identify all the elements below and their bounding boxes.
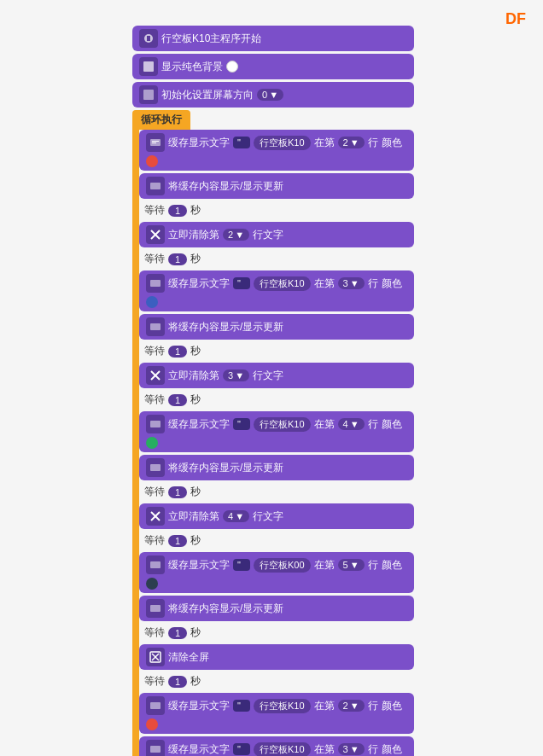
line-dropdown-2[interactable]: 3▼: [338, 277, 365, 289]
device-chip-4[interactable]: 行空板K00: [254, 558, 311, 573]
clear-icon-1: [146, 225, 165, 244]
sec-label-8: 秒: [190, 674, 201, 689]
text-input-2[interactable]: ": [233, 277, 250, 289]
wait-row-2: 等待 1 秒: [139, 250, 414, 268]
start-icon: [139, 29, 158, 48]
device-chip-6[interactable]: 行空板K10: [254, 742, 311, 757]
device-chip-1[interactable]: 行空板K10: [254, 136, 311, 150]
wait-row-3: 等待 1 秒: [139, 342, 414, 360]
wait-num-1[interactable]: 1: [168, 205, 187, 217]
color-label-4: 颜色: [382, 558, 402, 573]
clear-line-dropdown-1[interactable]: 2▼: [223, 229, 249, 241]
wait-row-4: 等待 1 秒: [139, 391, 414, 409]
cache-text-label-1: 缓存显示文字: [168, 136, 230, 150]
device-chip-2[interactable]: 行空板K10: [254, 276, 311, 291]
wait-row-1: 等待 1 秒: [139, 201, 414, 219]
color-label-1: 颜色: [382, 136, 402, 150]
color-dot-4: [146, 578, 158, 590]
wait-num-4[interactable]: 1: [168, 394, 187, 406]
clear-all-icon-1: [146, 648, 165, 666]
svg-rect-15: [150, 421, 161, 427]
show-cache-2: 将缓存内容显示/显示更新: [139, 314, 414, 340]
at-label-4: 在第: [314, 558, 335, 573]
text-input-1[interactable]: ": [233, 137, 250, 148]
clear-line-dropdown-2[interactable]: 3▼: [223, 369, 249, 381]
cache-icon-3: [146, 415, 165, 433]
clear-line-dropdown-3[interactable]: 4▼: [223, 510, 249, 522]
df-logo: DF: [505, 10, 526, 28]
svg-rect-12: [150, 323, 161, 330]
device-chip-3[interactable]: 行空板K10: [254, 417, 311, 432]
show-cache-label-1: 将缓存内容显示/显示更新: [168, 179, 283, 194]
cache-text-3: 缓存显示文字 " 行空板K10 在第 4▼ 行 颜色: [139, 411, 414, 452]
cache-icon-4: [146, 555, 165, 574]
cache-text-label-4: 缓存显示文字: [168, 558, 230, 573]
show-cache-label-4: 将缓存内容显示/显示更新: [168, 602, 283, 616]
color-label-6: 颜色: [382, 742, 402, 757]
text-input-5[interactable]: ": [233, 700, 250, 712]
wait-row-7: 等待 1 秒: [139, 624, 414, 642]
color-dot-1: [146, 155, 158, 167]
sec-label-1: 秒: [190, 203, 201, 218]
wait-num-2[interactable]: 1: [168, 253, 187, 265]
cache-icon-1: [146, 133, 165, 152]
wait-num-3[interactable]: 1: [168, 346, 187, 358]
wait-label-5: 等待: [144, 485, 165, 499]
cache-icon-5: [146, 696, 165, 715]
row-label-1: 行: [368, 136, 378, 150]
svg-rect-7: [152, 142, 156, 143]
clear-line-3: 立即清除第 4▼ 行文字: [139, 503, 414, 529]
cache-text-label-6: 缓存显示文字: [168, 742, 230, 757]
wait-num-6[interactable]: 1: [168, 535, 187, 547]
clear-line-2: 立即清除第 3▼ 行文字: [139, 363, 414, 388]
text-input-6[interactable]: ": [233, 743, 250, 755]
cache-text-5: 缓存显示文字 " 行空板K10 在第 2▼ 行 颜色: [139, 693, 414, 734]
screen-dir-dropdown[interactable]: 0 ▼: [257, 89, 283, 101]
text-input-4[interactable]: ": [233, 559, 250, 571]
wait-label-8: 等待: [144, 674, 165, 689]
clear-line-1: 立即清除第 2▼ 行文字: [139, 222, 414, 247]
device-chip-5[interactable]: 行空板K10: [254, 699, 311, 713]
at-label-6: 在第: [314, 742, 335, 757]
svg-rect-20: [150, 605, 161, 612]
show-bg-block: 显示纯色背景: [132, 54, 414, 79]
cache-text-label-5: 缓存显示文字: [168, 699, 230, 713]
sec-label-5: 秒: [190, 485, 201, 499]
at-label-5: 在第: [314, 699, 335, 713]
wait-num-8[interactable]: 1: [168, 676, 187, 688]
line-dropdown-5[interactable]: 2▼: [338, 700, 365, 712]
wait-label-7: 等待: [144, 625, 165, 640]
color-dot-3: [146, 437, 158, 449]
line-text-label-1: 行文字: [253, 228, 283, 242]
svg-rect-16: [150, 464, 161, 471]
line-dropdown-6[interactable]: 3▼: [338, 743, 365, 755]
show-bg-icon: [139, 57, 158, 76]
show-cache-label-3: 将缓存内容显示/显示更新: [168, 461, 283, 475]
wait-label-3: 等待: [144, 344, 165, 358]
wait-num-7[interactable]: 1: [168, 627, 187, 639]
cache-text-1: 缓存显示文字 " 行空板K10 在第 2▼ 行 颜色: [139, 130, 414, 171]
line-text-label-3: 行文字: [253, 509, 283, 524]
cache-text-4: 缓存显示文字 " 行空板K00 在第 5▼ 行 颜色: [139, 552, 414, 593]
start-label: 行空板K10主程序开始: [161, 32, 261, 46]
at-label-2: 在第: [314, 276, 335, 291]
svg-rect-3: [143, 61, 154, 72]
clear-all-1: 清除全屏: [139, 644, 414, 670]
sec-label-6: 秒: [190, 533, 201, 548]
show-cache-icon-1: [146, 177, 165, 195]
text-input-3[interactable]: ": [233, 418, 250, 430]
color-label-3: 颜色: [382, 417, 402, 432]
wait-row-6: 等待 1 秒: [139, 532, 414, 550]
wait-num-5[interactable]: 1: [168, 486, 187, 498]
svg-rect-11: [150, 280, 161, 287]
sec-label-7: 秒: [190, 625, 201, 640]
line-dropdown-4[interactable]: 5▼: [338, 559, 365, 571]
show-cache-1: 将缓存内容显示/显示更新: [139, 173, 414, 199]
color-dot-2: [146, 296, 158, 308]
color-label-2: 颜色: [382, 276, 402, 291]
line-dropdown-3[interactable]: 4▼: [338, 418, 365, 430]
row-label-2: 行: [368, 276, 378, 291]
clear-line-label-1: 立即清除第: [168, 228, 219, 242]
line-dropdown-1[interactable]: 2▼: [338, 137, 365, 148]
show-cache-3: 将缓存内容显示/显示更新: [139, 455, 414, 480]
